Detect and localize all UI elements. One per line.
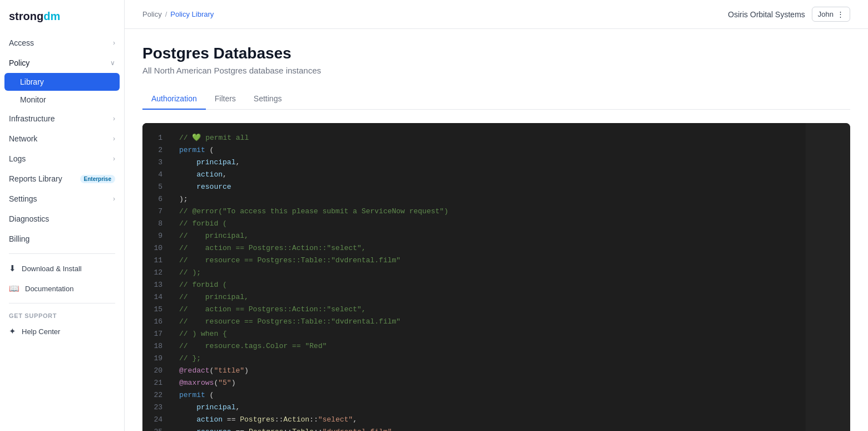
breadcrumb-policy-library[interactable]: Policy Library	[170, 10, 214, 18]
sidebar-item-help-label: Help Center	[22, 327, 60, 336]
breadcrumb-policy: Policy	[142, 10, 162, 18]
tab-filters[interactable]: Filters	[206, 89, 245, 110]
line-number: 24	[142, 414, 170, 426]
code-line: // action == Postgres::Action::"select",	[179, 242, 806, 254]
line-number: 16	[142, 316, 170, 328]
breadcrumb: Policy / Policy Library	[142, 10, 214, 18]
code-line: // resource == Postgres::Table::"dvdrent…	[179, 254, 806, 267]
topbar: Policy / Policy Library Osiris Orbital S…	[125, 0, 868, 29]
sidebar-item-infrastructure[interactable]: Infrastructure ›	[0, 109, 124, 129]
code-line: principal,	[179, 401, 806, 414]
code-line: // resource == Postgres::Table::"dvdrent…	[179, 316, 806, 328]
code-line: principal,	[179, 156, 806, 169]
sidebar-item-infrastructure-label: Infrastructure	[9, 114, 55, 123]
page-subtitle: All North American Postgres database ins…	[142, 66, 850, 75]
sidebar-item-network-label: Network	[9, 134, 37, 143]
line-number: 19	[142, 352, 170, 365]
sidebar-item-download-label: Download & Install	[22, 265, 82, 273]
line-number: 21	[142, 377, 170, 389]
code-line: // @error("To access this please submit …	[179, 205, 806, 218]
sidebar-divider	[9, 253, 115, 254]
sidebar-item-reports-label: Reports Library	[9, 174, 62, 183]
tabs: Authorization Filters Settings	[142, 89, 850, 110]
sidebar-item-library[interactable]: Library	[4, 73, 120, 91]
code-line: permit (	[179, 144, 806, 156]
get-support-label: GET SUPPORT	[0, 308, 124, 321]
minimap	[806, 123, 850, 431]
chevron-right-icon: ›	[113, 135, 115, 143]
enterprise-badge: Enterprise	[80, 175, 115, 183]
line-number: 6	[142, 193, 170, 205]
sidebar-item-logs-label: Logs	[9, 154, 26, 163]
line-number: 18	[142, 340, 170, 352]
code-line: @redact("title")	[179, 365, 806, 377]
code-line: // forbid (	[179, 218, 806, 230]
breadcrumb-separator: /	[165, 10, 167, 18]
chevron-right-icon: ›	[113, 39, 115, 47]
help-icon: ✦	[9, 326, 16, 336]
sidebar-item-access[interactable]: Access ›	[0, 33, 124, 53]
tab-settings[interactable]: Settings	[245, 89, 291, 110]
sidebar-item-help-center[interactable]: ✦ Help Center	[0, 321, 124, 341]
chevron-right-icon: ›	[113, 115, 115, 123]
sidebar-item-logs[interactable]: Logs ›	[0, 149, 124, 169]
tab-authorization[interactable]: Authorization	[142, 89, 206, 110]
sidebar: strongdm Access › Policy ∨ Library Monit…	[0, 0, 125, 431]
line-number: 10	[142, 242, 170, 254]
user-menu-icon: ⋮	[837, 10, 844, 18]
code-line: resource == Postgres::Table::"dvdrental.…	[179, 426, 806, 431]
sidebar-item-monitor[interactable]: Monitor	[4, 91, 120, 109]
page-content: Postgres Databases All North American Po…	[125, 29, 868, 431]
logo-dm: dm	[43, 10, 60, 23]
line-number: 25	[142, 426, 170, 431]
line-number: 12	[142, 267, 170, 279]
sidebar-item-reports-library[interactable]: Reports Library Enterprise	[0, 169, 124, 189]
code-line: );	[179, 193, 806, 205]
code-line: permit (	[179, 389, 806, 401]
chevron-right-icon: ›	[113, 195, 115, 203]
code-line: // principal,	[179, 291, 806, 303]
sidebar-nav: Access › Policy ∨ Library Monitor Infras…	[0, 31, 124, 431]
sidebar-item-network[interactable]: Network ›	[0, 129, 124, 149]
code-line: // 💚 permit all	[179, 132, 806, 144]
line-number: 1	[142, 132, 170, 144]
code-editor[interactable]: 1234567891011121314151617181920212223242…	[142, 123, 850, 431]
sidebar-item-documentation-label: Documentation	[25, 285, 73, 293]
code-line: // );	[179, 267, 806, 279]
line-number: 23	[142, 401, 170, 414]
sidebar-item-diagnostics-label: Diagnostics	[9, 214, 49, 223]
book-icon: 📖	[9, 283, 19, 293]
line-number: 20	[142, 365, 170, 377]
line-numbers: 1234567891011121314151617181920212223242…	[142, 123, 170, 431]
code-line: // principal,	[179, 230, 806, 242]
line-number: 2	[142, 144, 170, 156]
sidebar-item-access-label: Access	[9, 38, 34, 47]
logo-strong: strong	[9, 10, 43, 23]
code-line: action == Postgres::Action::"select",	[179, 414, 806, 426]
sidebar-item-policy[interactable]: Policy ∨	[0, 53, 124, 73]
line-number: 22	[142, 389, 170, 401]
line-number: 15	[142, 303, 170, 316]
sidebar-item-diagnostics[interactable]: Diagnostics	[0, 209, 124, 229]
code-line: // };	[179, 352, 806, 365]
main-content: Policy / Policy Library Osiris Orbital S…	[125, 0, 868, 431]
line-number: 7	[142, 205, 170, 218]
sidebar-item-settings[interactable]: Settings ›	[0, 189, 124, 209]
code-line: action,	[179, 169, 806, 181]
sidebar-item-download[interactable]: ⬇ Download & Install	[0, 258, 124, 278]
user-menu-button[interactable]: John ⋮	[812, 7, 850, 22]
logo: strongdm	[0, 0, 124, 31]
code-lines[interactable]: // 💚 permit allpermit ( principal, actio…	[170, 123, 806, 431]
line-number: 13	[142, 279, 170, 291]
line-number: 3	[142, 156, 170, 169]
sidebar-item-monitor-label: Monitor	[20, 95, 46, 104]
sidebar-item-billing[interactable]: Billing	[0, 229, 124, 249]
code-line: // forbid (	[179, 279, 806, 291]
org-name: Osiris Orbital Systems	[728, 10, 805, 19]
line-number: 17	[142, 328, 170, 340]
chevron-down-icon: ∨	[110, 59, 115, 67]
code-line: resource	[179, 181, 806, 193]
sidebar-item-documentation[interactable]: 📖 Documentation	[0, 278, 124, 298]
user-name: John	[818, 10, 834, 18]
code-line: // action == Postgres::Action::"select",	[179, 303, 806, 316]
